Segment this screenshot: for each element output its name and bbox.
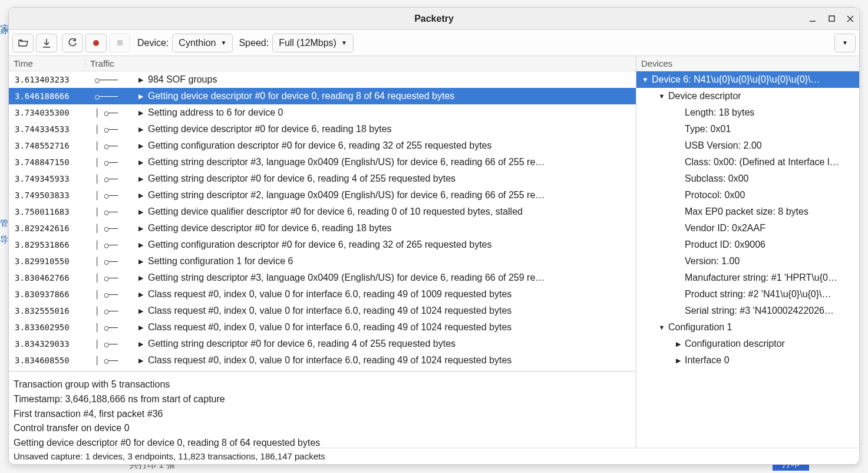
traffic-glyph: ○──── — [91, 75, 138, 84]
traffic-row[interactable]: 3.832555016│ ○──▶Class request #0, index… — [9, 303, 636, 319]
collapse-icon[interactable]: ▼ — [658, 324, 666, 331]
traffic-time: 3.749345933 — [9, 174, 91, 183]
collapse-icon[interactable]: ▼ — [658, 93, 666, 100]
traffic-row[interactable]: 3.830937866│ ○──▶Class request #0, index… — [9, 286, 636, 303]
expand-icon[interactable]: ▶ — [138, 258, 148, 265]
device-tree-row[interactable]: ▼Device 6: N41\u{0}\u{0}\u{0}\u{0}\u{0}\… — [636, 71, 859, 88]
traffic-glyph: │ ○── — [91, 224, 138, 233]
traffic-row[interactable]: 3.833602950│ ○──▶Class request #0, index… — [9, 319, 636, 336]
expand-icon[interactable]: ▶ — [138, 324, 148, 331]
traffic-time: 3.834608550 — [9, 356, 91, 365]
traffic-row[interactable]: 3.834329033│ ○──▶Getting string descript… — [9, 336, 636, 352]
traffic-row[interactable]: 3.748552716│ ○──▶Getting configuration d… — [9, 137, 636, 154]
traffic-row[interactable]: 3.749503833│ ○──▶Getting string descript… — [9, 187, 636, 203]
close-button[interactable] — [846, 15, 854, 23]
minimize-button[interactable] — [808, 15, 817, 23]
device-tree-row[interactable]: ▶Interface 0 — [636, 352, 859, 369]
traffic-glyph: │ ○── — [91, 257, 138, 266]
detail-line: First transaction #4, first packet #36 — [14, 407, 631, 422]
traffic-desc: Getting configuration descriptor #0 for … — [148, 140, 636, 151]
expand-icon[interactable]: ▶ — [138, 274, 148, 282]
collapse-icon[interactable]: ▼ — [641, 76, 649, 83]
traffic-glyph: │ ○── — [91, 340, 138, 349]
traffic-glyph: ○──── — [91, 92, 138, 101]
device-tree-row[interactable]: Max EP0 packet size: 8 bytes — [636, 203, 859, 220]
column-traffic[interactable]: Traffic — [85, 58, 114, 68]
traffic-row[interactable]: 3.749345933│ ○──▶Getting string descript… — [9, 170, 636, 187]
record-button[interactable] — [85, 34, 107, 52]
device-tree-row[interactable]: Product string: #2 'N41\u{0}\u{0}\… — [636, 286, 859, 303]
expand-icon[interactable]: ▶ — [138, 357, 148, 364]
device-tree-row[interactable]: Serial string: #3 'N410002422026… — [636, 303, 859, 319]
traffic-row[interactable]: 3.829242616│ ○──▶Getting device descript… — [9, 220, 636, 236]
device-tree-row[interactable]: ▶Configuration descriptor — [636, 336, 859, 352]
traffic-row[interactable]: 3.750011683│ ○──▶Getting device qualifie… — [9, 203, 636, 220]
traffic-row[interactable]: 3.613403233○────▶984 SOF groups — [9, 71, 636, 88]
traffic-desc: Getting device qualifier descriptor #0 f… — [148, 206, 636, 217]
expand-icon[interactable]: ▶ — [674, 340, 682, 348]
open-button[interactable] — [12, 34, 34, 52]
expand-icon[interactable]: ▶ — [138, 208, 148, 216]
traffic-row[interactable]: 3.744334533│ ○──▶Getting device descript… — [9, 121, 636, 137]
traffic-row[interactable]: 3.829531866│ ○──▶Getting configuration d… — [9, 236, 636, 253]
traffic-row[interactable]: 3.748847150│ ○──▶Getting string descript… — [9, 154, 636, 170]
menu-button[interactable]: ▼ — [834, 34, 856, 52]
traffic-desc: Getting string descriptor #3, language 0… — [148, 272, 636, 283]
traffic-time: 3.646188666 — [9, 91, 91, 101]
expand-icon[interactable]: ▶ — [138, 76, 148, 84]
device-tree-label: Vendor ID: 0x2AAF — [685, 223, 765, 234]
traffic-desc: Getting device descriptor #0 for device … — [148, 91, 636, 101]
device-tree-row[interactable]: Vendor ID: 0x2AAF — [636, 220, 859, 236]
chevron-down-icon: ▼ — [221, 40, 227, 46]
expand-icon[interactable]: ▶ — [138, 142, 148, 150]
speed-select[interactable]: Full (12Mbps) ▼ — [272, 34, 354, 52]
window-title: Packetry — [414, 14, 454, 24]
device-tree-row[interactable]: Version: 1.00 — [636, 253, 859, 270]
device-select[interactable]: Cynthion ▼ — [172, 34, 233, 52]
expand-icon[interactable]: ▶ — [138, 307, 148, 315]
device-tree-row[interactable]: USB Version: 2.00 — [636, 137, 859, 154]
speed-label: Speed: — [239, 38, 269, 48]
device-tree-row[interactable]: Manufacturer string: #1 'HPRT\u{0… — [636, 270, 859, 286]
maximize-button[interactable] — [827, 15, 836, 23]
device-tree-label: Max EP0 packet size: 8 bytes — [685, 206, 808, 217]
expand-icon[interactable]: ▶ — [138, 93, 148, 100]
traffic-glyph: │ ○── — [91, 356, 138, 365]
traffic-time: 3.829531866 — [9, 240, 91, 249]
device-tree-row[interactable]: Subclass: 0x00 — [636, 170, 859, 187]
reload-button[interactable] — [62, 34, 83, 52]
traffic-row[interactable]: 3.829910550│ ○──▶Setting configuration 1… — [9, 253, 636, 270]
device-tree-row[interactable]: ▼Configuration 1 — [636, 319, 859, 336]
expand-icon[interactable]: ▶ — [138, 109, 148, 117]
expand-icon[interactable]: ▶ — [674, 357, 682, 364]
device-tree-row[interactable]: Product ID: 0x9006 — [636, 236, 859, 253]
traffic-glyph: │ ○── — [91, 125, 138, 134]
device-tree[interactable]: ▼Device 6: N41\u{0}\u{0}\u{0}\u{0}\u{0}\… — [636, 71, 859, 448]
expand-icon[interactable]: ▶ — [138, 126, 148, 133]
expand-icon[interactable]: ▶ — [138, 340, 148, 348]
device-tree-row[interactable]: ▼Device descriptor — [636, 88, 859, 104]
expand-icon[interactable]: ▶ — [138, 241, 148, 249]
traffic-time: 3.830462766 — [9, 273, 91, 283]
device-tree-row[interactable]: Length: 18 bytes — [636, 104, 859, 121]
expand-icon[interactable]: ▶ — [138, 291, 148, 298]
device-tree-row[interactable]: Protocol: 0x00 — [636, 187, 859, 203]
expand-icon[interactable]: ▶ — [138, 192, 148, 199]
save-button[interactable] — [36, 34, 57, 52]
device-tree-row[interactable]: Class: 0x00: (Defined at Interface l… — [636, 154, 859, 170]
device-tree-row[interactable]: Type: 0x01 — [636, 121, 859, 137]
column-time[interactable]: Time — [9, 58, 85, 68]
traffic-time: 3.833602950 — [9, 323, 91, 332]
expand-icon[interactable]: ▶ — [138, 175, 148, 183]
traffic-desc: Class request #0, index 0, value 0 for i… — [148, 289, 636, 300]
traffic-row[interactable]: 3.734035300│ ○──▶Setting address to 6 fo… — [9, 104, 636, 121]
traffic-row[interactable]: 3.830462766│ ○──▶Getting string descript… — [9, 270, 636, 286]
expand-icon[interactable]: ▶ — [138, 225, 148, 232]
traffic-row[interactable]: 3.834608550│ ○──▶Class request #0, index… — [9, 352, 636, 369]
devices-header[interactable]: Devices — [636, 56, 859, 71]
expand-icon[interactable]: ▶ — [138, 159, 148, 166]
traffic-glyph: │ ○── — [91, 241, 138, 249]
traffic-list[interactable]: 3.613403233○────▶984 SOF groups3.6461886… — [9, 71, 636, 371]
chevron-down-icon: ▼ — [842, 40, 848, 46]
traffic-row[interactable]: 3.646188666○────▶Getting device descript… — [9, 88, 636, 104]
